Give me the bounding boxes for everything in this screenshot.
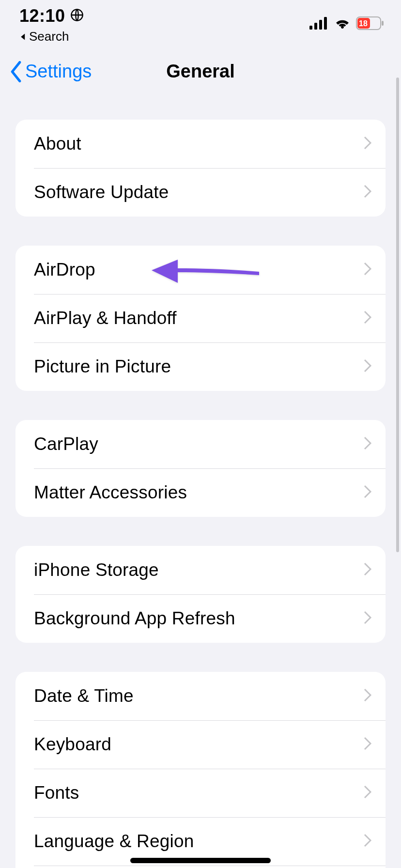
settings-group: CarPlay Matter Accessories xyxy=(15,420,386,517)
svg-text:18: 18 xyxy=(359,19,368,28)
settings-content: About Software Update AirDrop AirPlay & … xyxy=(0,120,401,868)
chevron-right-icon xyxy=(363,484,372,501)
row-iphone-storage[interactable]: iPhone Storage xyxy=(15,546,386,594)
row-software-update[interactable]: Software Update xyxy=(15,168,386,217)
row-label: Keyboard xyxy=(34,734,363,755)
row-label: Fonts xyxy=(34,783,363,803)
status-bar: 12:10 Search 18 xyxy=(0,0,401,48)
chevron-right-icon xyxy=(363,688,372,704)
chevron-right-icon xyxy=(363,736,372,753)
row-label: About xyxy=(34,134,363,154)
row-about[interactable]: About xyxy=(15,120,386,168)
home-indicator xyxy=(130,858,271,863)
row-carplay[interactable]: CarPlay xyxy=(15,420,386,468)
row-label: Date & Time xyxy=(34,686,363,706)
chevron-right-icon xyxy=(363,136,372,152)
row-airplay-handoff[interactable]: AirPlay & Handoff xyxy=(15,294,386,342)
chevron-right-icon xyxy=(363,562,372,578)
chevron-right-icon xyxy=(363,785,372,801)
row-label: Language & Region xyxy=(34,831,363,852)
chevron-right-icon xyxy=(363,436,372,452)
svg-rect-1 xyxy=(309,26,312,30)
chevron-right-icon xyxy=(363,262,372,278)
chevron-right-icon xyxy=(363,184,372,201)
row-background-app-refresh[interactable]: Background App Refresh xyxy=(15,594,386,643)
settings-group: Date & Time Keyboard Fonts Language & Re… xyxy=(15,672,386,868)
row-keyboard[interactable]: Keyboard xyxy=(15,720,386,769)
row-label: AirPlay & Handoff xyxy=(34,308,363,328)
row-dictionary[interactable]: Dictionary xyxy=(15,866,386,868)
row-label: Matter Accessories xyxy=(34,482,363,503)
chevron-right-icon xyxy=(363,610,372,627)
row-label: Background App Refresh xyxy=(34,608,363,629)
row-date-time[interactable]: Date & Time xyxy=(15,672,386,720)
settings-group: About Software Update xyxy=(15,120,386,217)
svg-rect-3 xyxy=(319,20,322,30)
cellular-signal-icon xyxy=(309,17,329,30)
nav-bar: Settings General xyxy=(0,48,401,94)
row-label: iPhone Storage xyxy=(34,560,363,580)
status-time: 12:10 xyxy=(19,6,65,26)
settings-group: iPhone Storage Background App Refresh xyxy=(15,546,386,643)
settings-group: AirDrop AirPlay & Handoff Picture in Pic… xyxy=(15,246,386,391)
battery-icon: 18 xyxy=(356,16,384,30)
row-airdrop[interactable]: AirDrop xyxy=(15,246,386,294)
row-picture-in-picture[interactable]: Picture in Picture xyxy=(15,342,386,391)
row-label: AirDrop xyxy=(34,260,363,280)
back-to-app-label: Search xyxy=(29,29,69,44)
globe-icon xyxy=(70,6,84,26)
nav-back-button[interactable]: Settings xyxy=(9,61,92,82)
wifi-icon xyxy=(334,17,351,30)
svg-rect-6 xyxy=(382,21,384,26)
scroll-indicator xyxy=(396,78,399,552)
row-fonts[interactable]: Fonts xyxy=(15,769,386,817)
nav-back-label: Settings xyxy=(25,61,92,82)
chevron-right-icon xyxy=(363,358,372,375)
back-to-app-button[interactable]: Search xyxy=(19,29,84,44)
row-label: CarPlay xyxy=(34,434,363,454)
svg-rect-4 xyxy=(324,17,327,30)
row-label: Picture in Picture xyxy=(34,356,363,377)
chevron-right-icon xyxy=(363,833,372,850)
chevron-right-icon xyxy=(363,310,372,326)
svg-rect-2 xyxy=(314,23,317,30)
row-matter-accessories[interactable]: Matter Accessories xyxy=(15,468,386,517)
row-label: Software Update xyxy=(34,182,363,202)
